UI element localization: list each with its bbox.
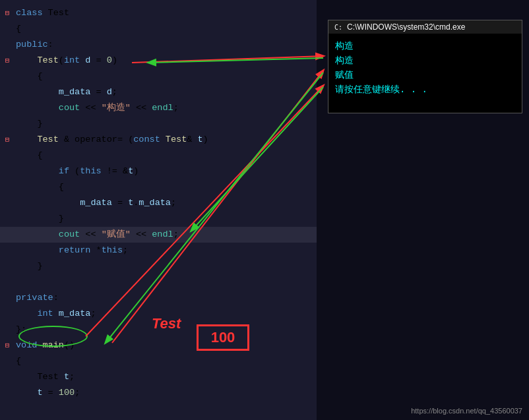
cmd-icon: C: <box>334 22 343 32</box>
code-line: m_data = t.m_data; <box>0 195 317 211</box>
code-line: m_data = d; <box>0 84 317 100</box>
code-text: m_data = t.m_data; <box>16 196 176 210</box>
code-line: ⊟class Test <box>0 5 317 21</box>
cmd-body: 构造构造赋值请按任意键继续. . . <box>328 34 522 113</box>
code-line: { <box>0 69 317 84</box>
code-line: { <box>0 21 317 37</box>
cmd-titlebar: C: C:\WINDOWS\system32\cmd.exe <box>328 20 522 34</box>
code-line: } <box>0 258 317 274</box>
cmd-title-text: C:\WINDOWS\system32\cmd.exe <box>347 22 465 32</box>
code-line: ⊟ Test & operator= (const Test& t) <box>0 132 317 148</box>
cmd-output-line: 赋值 <box>335 68 515 82</box>
cmd-output-line: 构造 <box>335 53 515 68</box>
code-text <box>16 402 21 416</box>
code-line: public: <box>0 37 317 53</box>
code-text: { <box>16 180 64 195</box>
code-text: t = 100; <box>16 386 80 400</box>
code-line <box>0 274 317 290</box>
code-line: return *this; <box>0 243 317 258</box>
code-text: cout << "构造" << endl; <box>16 101 179 115</box>
code-line: { <box>0 179 317 195</box>
code-line: } <box>0 211 317 227</box>
code-text: { <box>16 69 43 84</box>
code-text: } <box>16 259 43 274</box>
code-text <box>16 275 21 289</box>
code-text: public: <box>16 38 53 52</box>
code-text: Test & operator= (const Test& t) <box>16 133 208 147</box>
code-text: { <box>16 22 21 36</box>
code-line: cout << "赋值" << endl; <box>0 227 317 243</box>
code-text: class Test <box>16 6 69 20</box>
cmd-output-line: 构造 <box>335 39 515 53</box>
csdn-url: https://blog.csdn.net/qq_43560037 <box>411 407 522 415</box>
code-editor: ⊟class Test{public:⊟ Test(int d = 0) { m… <box>0 0 317 420</box>
code-line: cout << "构造" << endl; <box>0 100 317 116</box>
cmd-output-line: 请按任意键继续. . . <box>335 82 515 97</box>
annotation-test-label: Test <box>152 315 181 332</box>
code-text: private: <box>16 291 59 305</box>
svg-text:C:: C: <box>334 24 342 31</box>
line-indicator: ⊟ <box>3 53 12 68</box>
code-text: return *this; <box>16 243 128 258</box>
circle-annotation <box>18 326 88 347</box>
code-line: if (this != &t) <box>0 164 317 179</box>
cmd-window: C: C:\WINDOWS\system32\cmd.exe 构造构造赋值请按任… <box>328 20 522 113</box>
code-line <box>0 401 317 417</box>
code-text: m_data = d; <box>16 85 117 100</box>
line-indicator: ⊟ <box>3 6 12 20</box>
code-text: int m_data; <box>16 307 96 321</box>
code-text: if (this != &t) <box>16 164 139 179</box>
line-indicator: ⊟ <box>3 133 12 147</box>
code-text: { <box>16 354 21 369</box>
code-line: { <box>0 148 317 164</box>
code-text: Test t; <box>16 370 75 384</box>
code-text: } <box>16 117 43 131</box>
code-text: Test(int d = 0) <box>16 53 117 68</box>
code-line: Test t; <box>0 369 317 385</box>
code-text: cout << "赋值" << endl; <box>16 227 179 242</box>
code-line: } <box>0 116 317 132</box>
annotation-100-box: 100 <box>197 324 249 351</box>
code-text: } <box>16 212 64 226</box>
code-line: { <box>0 353 317 369</box>
code-text: { <box>16 148 43 163</box>
code-line: ⊟ Test(int d = 0) <box>0 53 317 69</box>
code-line: private: <box>0 290 317 306</box>
code-line: t = 100; <box>0 385 317 401</box>
line-indicator: ⊟ <box>3 338 12 353</box>
